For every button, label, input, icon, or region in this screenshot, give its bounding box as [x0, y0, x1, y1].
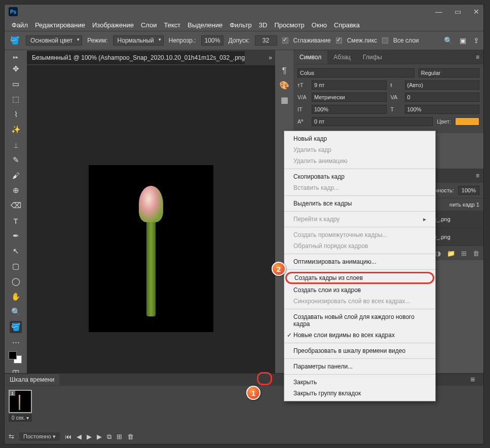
artboard-tool-icon[interactable]: ▭ [10, 78, 22, 90]
tab-paragraph[interactable]: Абзац [327, 51, 357, 64]
maximize-icon[interactable]: ▭ [455, 8, 461, 16]
font-style-select[interactable]: Regular [419, 68, 479, 77]
titlebar: Ps — ▭ ✕ [5, 5, 483, 19]
rectangle-tool-icon[interactable]: ▢ [10, 260, 22, 272]
text-color-swatch[interactable] [455, 117, 479, 126]
menu-new-layer-each-frame[interactable]: Создавать новый слой для каждого нового … [284, 311, 435, 330]
document-tab[interactable]: Безымянный1 @ 100% (Ashampoo_Snap_2020.1… [27, 51, 245, 64]
type-tool-icon[interactable]: T [10, 215, 22, 227]
font-size-input[interactable]: 9 пт [312, 80, 387, 90]
menu-layer[interactable]: Слои [141, 21, 157, 29]
menu-file[interactable]: Файл [12, 21, 28, 29]
menu-convert-video-timeline[interactable]: Преобразовать в шкалу времени видео [284, 345, 435, 356]
hand-tool-icon[interactable]: ✋ [10, 291, 22, 303]
delete-layer-icon[interactable]: 🗑 [473, 250, 479, 257]
brush-tool-icon[interactable]: 🖌 [10, 169, 22, 181]
hscale-input[interactable]: 100% [405, 105, 480, 114]
minimize-icon[interactable]: — [435, 8, 442, 16]
path-select-tool-icon[interactable]: ↖ [10, 245, 22, 257]
menu-image[interactable]: Изображение [92, 21, 134, 29]
menu-copy-frame[interactable]: Скопировать кадр [284, 171, 435, 182]
all-layers-checkbox[interactable] [382, 37, 388, 44]
color-panel-icon[interactable]: 🎨 [279, 80, 289, 90]
menu-flatten-frames[interactable]: Создать слои из кадров [284, 284, 435, 296]
mode-select[interactable]: Нормальный [113, 35, 164, 46]
menu-window[interactable]: Окно [312, 21, 327, 29]
menu-type[interactable]: Текст [164, 21, 181, 29]
menu-3d[interactable]: 3D [259, 21, 268, 29]
annotation-ring-1 [257, 372, 272, 385]
frame-thumbnail[interactable] [9, 390, 32, 413]
menu-close[interactable]: Закрыть [284, 377, 435, 388]
next-frame-icon[interactable]: ▶ [97, 433, 102, 440]
layer-opacity-input[interactable]: 100% [458, 186, 479, 195]
play-icon[interactable]: ▶ [87, 433, 92, 440]
repeat-select[interactable]: Постоянно ▾ [19, 432, 60, 441]
fill-source-select[interactable]: Основной цвет [26, 35, 82, 46]
new-layer-icon[interactable]: ⊞ [461, 250, 467, 257]
adjustment-layer-icon[interactable]: ◑ [435, 250, 441, 257]
prev-frame-icon[interactable]: ◀ [77, 433, 82, 440]
menu-optimize-animation[interactable]: Оптимизировать анимацию... [284, 256, 435, 267]
layers-panel-menu-icon[interactable]: ≡ [472, 172, 483, 179]
timeline-menu-icon[interactable]: ≡ [470, 375, 479, 384]
frame-delay[interactable]: 0 сек. ▾ [9, 414, 32, 422]
contiguous-checkbox[interactable] [336, 37, 342, 44]
magic-wand-tool-icon[interactable]: ✨ [10, 124, 22, 136]
swatches-panel-icon[interactable]: ▦ [281, 95, 288, 105]
paragraph-styles-icon[interactable]: ¶ [282, 66, 287, 75]
menu-new-layers-visible[interactable]: Новые слои видимы во всех кадрах [284, 330, 435, 341]
stamp-tool-icon[interactable]: ⊕ [10, 184, 22, 196]
frame-item[interactable]: 0 сек. ▾ [9, 390, 32, 422]
duplicate-frame-icon[interactable]: ⊞ [117, 433, 122, 440]
font-family-select[interactable]: Colus [297, 68, 414, 77]
bucket-tool-icon-2[interactable]: 🪣 [10, 321, 22, 333]
color-swatch[interactable] [9, 351, 23, 363]
bucket-tool-icon[interactable]: 🪣 [9, 34, 21, 47]
tab-character[interactable]: Символ [293, 51, 327, 64]
menu-close-tab-group[interactable]: Закрыть группу вкладок [284, 388, 435, 399]
canvas[interactable] [89, 165, 213, 332]
expand-tabs-icon[interactable]: » [266, 54, 275, 61]
zoom-tool-icon[interactable]: 🔍 [10, 306, 22, 318]
crop-tool-icon[interactable]: ⟂ [10, 139, 22, 151]
menu-view[interactable]: Просмотр [274, 21, 304, 29]
menu-select[interactable]: Выделение [187, 21, 222, 29]
loop-icon[interactable]: ⇆ [9, 433, 14, 440]
marquee-tool-icon[interactable]: ⬚ [10, 93, 22, 105]
lasso-tool-icon[interactable]: ⌇ [10, 108, 22, 120]
search-icon[interactable]: 🔍 [444, 36, 453, 45]
menu-filter[interactable]: Фильтр [230, 21, 252, 29]
menu-select-all-frames[interactable]: Выделить все кадры [284, 198, 435, 209]
eraser-tool-icon[interactable]: ⌫ [10, 199, 22, 212]
menu-edit[interactable]: Редактирование [35, 21, 85, 29]
opacity-input[interactable]: 100% [201, 35, 223, 46]
delete-frame-icon[interactable]: 🗑 [127, 433, 134, 440]
tab-glyphs[interactable]: Глифы [357, 51, 388, 64]
menu-make-frames-from-layers[interactable]: Создать кадры из слоев [285, 272, 434, 284]
tween-icon[interactable]: ⧉ [107, 433, 111, 441]
baseline-input[interactable]: 0 пт [312, 117, 433, 126]
ellipse-tool-icon[interactable]: ◯ [10, 275, 22, 288]
tolerance-input[interactable]: 32 [255, 35, 277, 46]
pen-tool-icon[interactable]: ✒ [10, 230, 22, 242]
vscale-input[interactable]: 100% [312, 105, 387, 114]
tracking-input[interactable]: 0 [405, 93, 480, 102]
menu-new-frame[interactable]: Новый кадр [284, 133, 435, 144]
kerning-input[interactable]: Метрически [312, 93, 387, 102]
timeline-tab[interactable]: Шкала времени [5, 374, 59, 385]
share-icon[interactable]: ⇪ [473, 36, 479, 45]
panel-menu-icon[interactable]: ≡ [472, 54, 483, 61]
frame-icon[interactable]: ▣ [460, 36, 466, 45]
leading-input[interactable]: (Авто) [405, 80, 480, 90]
move-tool-icon[interactable]: ✥ [10, 63, 22, 75]
layer-group-icon[interactable]: 📁 [447, 250, 455, 257]
eyedropper-tool-icon[interactable]: ✎ [10, 154, 22, 166]
menu-panel-options[interactable]: Параметры панели... [284, 361, 435, 372]
edit-toolbar-icon[interactable]: ⋯ [10, 336, 22, 348]
antialias-checkbox[interactable] [282, 37, 288, 44]
baseline-icon: Aª [297, 118, 308, 125]
first-frame-icon[interactable]: ⏮ [65, 433, 71, 440]
close-window-icon[interactable]: ✕ [473, 8, 479, 16]
menu-help[interactable]: Справка [334, 21, 360, 29]
